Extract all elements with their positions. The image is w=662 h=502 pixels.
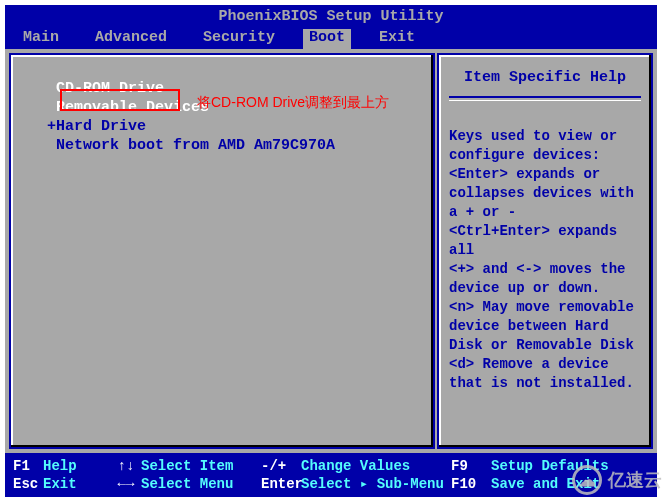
key-f1: F1 — [7, 457, 43, 475]
footer-row-2: Esc Exit ←→ Select Menu Enter Select ▸ S… — [7, 475, 655, 493]
boot-item-network[interactable]: Network boot from AMD Am79C970A — [47, 136, 423, 155]
boot-item-harddrive[interactable]: +Hard Drive — [47, 117, 423, 136]
label-select-menu: Select Menu — [141, 475, 261, 493]
watermark-text: 亿速云 — [608, 468, 662, 492]
key-leftright: ←→ — [111, 475, 141, 493]
title-bar: PhoenixBIOS Setup Utility — [5, 5, 657, 29]
watermark-icon: ☁ — [572, 465, 602, 495]
label-help: Help — [43, 457, 111, 475]
help-divider — [449, 100, 641, 101]
label-select-submenu: Select ▸ Sub-Menu — [301, 475, 451, 493]
boot-order-panel: CD-ROM Drive Removable Devices +Hard Dri… — [9, 53, 435, 449]
title-text: PhoenixBIOS Setup Utility — [218, 8, 443, 25]
menu-security[interactable]: Security — [195, 29, 283, 49]
footer-bar: F1 Help ↑↓ Select Item -/+ Change Values… — [5, 453, 657, 497]
menu-bar[interactable]: Main Advanced Security Boot Exit — [5, 29, 657, 49]
label-exit: Exit — [43, 475, 111, 493]
label-select-item: Select Item — [141, 457, 261, 475]
key-f9: F9 — [451, 457, 491, 475]
menu-advanced[interactable]: Advanced — [87, 29, 175, 49]
menu-main[interactable]: Main — [15, 29, 67, 49]
key-plusminus: -/+ — [261, 457, 301, 475]
key-f10: F10 — [451, 475, 491, 493]
bios-screen: PhoenixBIOS Setup Utility Main Advanced … — [5, 5, 657, 497]
key-esc: Esc — [7, 475, 43, 493]
watermark: ☁ 亿速云 — [572, 465, 662, 495]
key-enter: Enter — [261, 475, 301, 493]
key-updown: ↑↓ — [111, 457, 141, 475]
footer-row-1: F1 Help ↑↓ Select Item -/+ Change Values… — [7, 457, 655, 475]
help-title: Item Specific Help — [449, 63, 641, 98]
menu-exit[interactable]: Exit — [371, 29, 423, 49]
help-text: Keys used to view or configure devices: … — [449, 127, 641, 393]
menu-boot[interactable]: Boot — [303, 29, 351, 49]
help-panel: Item Specific Help Keys used to view or … — [437, 53, 653, 449]
label-change-values: Change Values — [301, 457, 451, 475]
annotation-text: 将CD-ROM Drive调整到最上方 — [197, 94, 389, 112]
